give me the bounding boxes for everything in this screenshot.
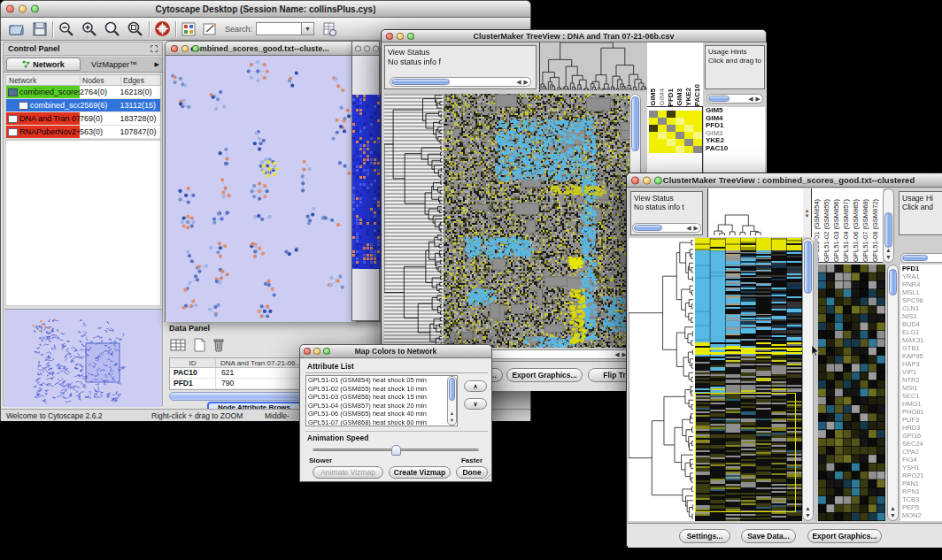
close-button[interactable] [171,45,178,52]
help-lifering-icon[interactable] [154,20,171,37]
gene-label[interactable]: KAP95 [900,352,942,360]
tv2-gene-dendrogram[interactable] [629,238,695,521]
animation-speed-slider[interactable] [313,449,479,451]
tv2-heatmap-vscrollbar[interactable] [802,238,814,521]
tv1-hints-scrollbar[interactable] [706,94,763,104]
scroll-left-icon[interactable] [748,96,753,103]
minimize-button[interactable] [397,33,404,40]
zoom-button[interactable] [192,45,199,52]
tv2-array-labels[interactable]: GPL51-01 (GSM854)GPL51-02 (GSM855)GPL51-… [812,188,883,263]
gene-label[interactable]: MAK31 [900,336,942,344]
attribute-item[interactable]: GPL51-03 (GSM856) heat shock 15 min [306,393,446,402]
main-titlebar[interactable]: Cytoscape Desktop (Session Name: collins… [1,1,530,18]
scroll-up-icon[interactable] [885,247,892,254]
scroll-down-icon[interactable] [890,512,896,519]
attribute-item[interactable]: GPL51-07 (GSM868) heat shock 60 min [306,418,446,426]
float-panel-icon[interactable] [151,45,158,52]
vizmap-grid-icon[interactable] [181,21,197,37]
dense-network-canvas[interactable] [352,95,381,269]
scroll-left-icon[interactable] [686,225,691,232]
minimize-button[interactable] [181,45,189,52]
scrollbar-thumb[interactable] [634,225,662,231]
gene-label[interactable]: GTB1 [900,344,942,352]
zoom-button[interactable] [323,348,330,355]
tab-overflow-button[interactable] [155,61,159,68]
network-view-titlebar[interactable]: combined_scores_good.txt--cluste... [166,42,354,56]
gene-label[interactable]: NIS1 [900,312,942,320]
scrollbar-thumb[interactable] [804,241,812,294]
gene-label[interactable]: SEC24 [900,440,942,448]
tv2-array-labels-scrollbar[interactable] [883,188,894,263]
gene-label[interactable]: ELG1 [900,328,942,336]
gene-label[interactable]: RPO21 [900,472,942,479]
window-controls[interactable] [6,5,39,13]
close-button[interactable] [304,348,311,355]
minimize-button[interactable] [643,176,651,184]
scroll-up-icon[interactable] [890,505,896,512]
array-label[interactable]: PAC10 [693,84,702,106]
array-label[interactable]: PFD1 [667,88,676,106]
scrollbar-thumb[interactable] [449,378,455,401]
gene-label[interactable]: VIP1 [900,368,942,376]
scroll-right-icon[interactable] [694,225,699,232]
annotation-icon[interactable] [202,21,218,37]
zoom-selected-icon[interactable] [127,20,144,37]
animate-vizmap-button[interactable]: Animate Vizmap [313,466,383,479]
array-label[interactable]: YKE2 [684,88,693,106]
scrollbar-thumb[interactable] [391,79,450,85]
gene-label[interactable]: TCB3 [900,495,942,503]
gene-label[interactable]: RPN1 [900,487,942,495]
gene-label[interactable]: SEC1 [900,392,942,400]
tv1-zoom-matrix[interactable] [649,111,702,153]
scroll-down-icon[interactable] [805,213,810,219]
gene-label[interactable]: MON2 [900,511,942,519]
close-button[interactable] [6,5,14,13]
gene-label[interactable]: MSI1 [900,384,942,392]
gene-label[interactable]: PFD1 [900,265,942,272]
scroll-up-icon[interactable] [805,505,811,512]
scrollbar-thumb[interactable] [902,255,928,261]
scroll-up-icon[interactable] [450,410,454,417]
export-graphics-button[interactable]: Export Graphics... [807,529,882,543]
gene-label[interactable]: PAN1 [900,479,942,487]
minimize-button[interactable] [313,348,320,355]
save-icon[interactable] [32,21,48,37]
tv1-column-dendrogram[interactable] [539,42,648,92]
gene-label[interactable]: FIG4 [900,456,942,464]
scroll-down-icon[interactable] [885,254,892,261]
tv2-global-heatmap[interactable] [695,238,802,521]
zoom-button[interactable] [31,5,39,13]
scrollbar-thumb[interactable] [631,96,639,151]
tv2-detail-vscrollbar[interactable] [887,265,899,521]
gene-label[interactable]: SPC98 [900,296,942,304]
zoom-button[interactable] [373,45,379,51]
create-vizmap-button[interactable]: Create Vizmap [389,466,451,479]
gene-label[interactable]: GPI16 [900,432,942,440]
zoom-out-icon[interactable] [58,20,75,37]
settings-button[interactable]: Settings... [679,529,730,543]
gene-label[interactable]: CLN1 [900,304,942,312]
gene-label[interactable]: HAP3 [900,360,942,368]
array-label[interactable]: GPL51-04 (GSM857) [842,199,852,262]
move-up-button[interactable]: ∧ [464,380,487,392]
dialog-titlebar[interactable]: Map Colors to Network [300,345,491,358]
treeview2-titlebar[interactable]: ClusterMaker TreeView : combined_scores_… [627,173,942,188]
scroll-left-icon[interactable] [614,351,619,358]
tv2-status-scrollbar[interactable] [632,223,701,233]
network-view-2-titlebar[interactable] [352,42,379,56]
tv2-detail-heatmap[interactable] [818,265,885,521]
network-overview-canvas[interactable] [4,309,162,407]
search-dropdown-button[interactable]: ▼ [302,22,314,35]
array-label[interactable]: GPL51-07 (GSM868) [861,199,871,262]
save-data-button[interactable]: Save Data... [741,529,796,543]
resize-grip[interactable] [482,472,490,480]
zoom-fit-icon[interactable] [104,20,121,37]
network-table-row[interactable]: RNAPuberNov2+ 563(0) 107847(0) [6,126,160,139]
gene-label[interactable]: HMG1 [900,400,942,408]
scrollbar-thumb[interactable] [708,96,730,102]
export-graphics-button[interactable]: Export Graphics... [506,368,583,382]
array-label[interactable]: GIM5 [649,88,658,106]
delete-attribute-icon[interactable] [212,337,226,353]
tv1-array-labels[interactable]: GIM5GIM4PFD1GIM3YKE2PAC10 [647,42,703,107]
attribute-item[interactable]: GPL51-01 (GSM854) heat shock 05 min [306,376,446,385]
